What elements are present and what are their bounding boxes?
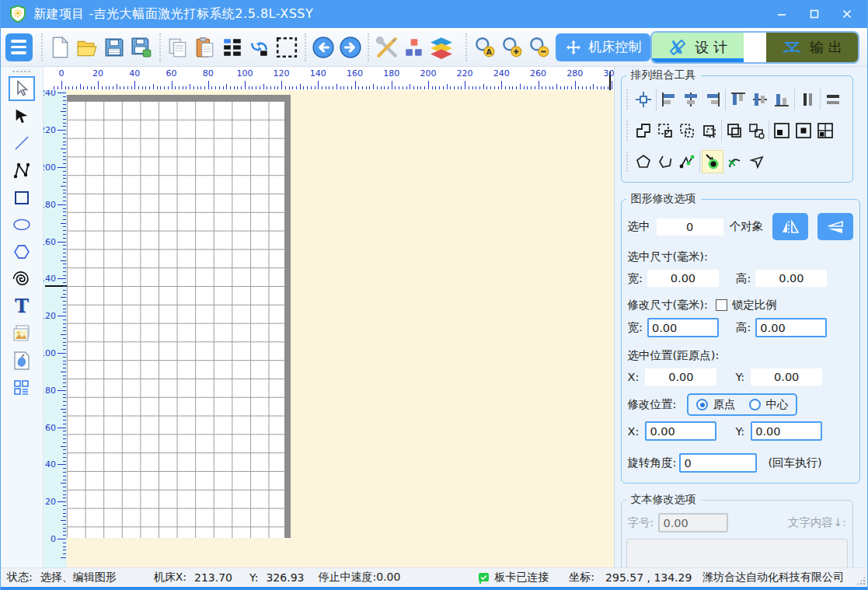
- arrange-tools-title: 排列组合工具: [626, 68, 701, 82]
- machine-control-button[interactable]: 机床控制: [556, 33, 650, 61]
- polyline-tool-button[interactable]: [9, 158, 35, 183]
- shape-modify-group: 图形修改选项 选中 0 个对象: [621, 192, 861, 484]
- selected-size-label: 选中尺寸(毫米):: [628, 250, 708, 264]
- marquee-select-button[interactable]: [274, 31, 301, 64]
- resize-grip[interactable]: [856, 576, 866, 585]
- array-copy-button[interactable]: [219, 31, 246, 64]
- maximize-button[interactable]: [808, 8, 821, 20]
- text-content-area[interactable]: [626, 539, 848, 567]
- align-bottom-button[interactable]: [771, 88, 793, 111]
- redo-forward-button[interactable]: [336, 31, 364, 64]
- work-area-grid[interactable]: [67, 95, 291, 538]
- copy-button[interactable]: [165, 31, 192, 64]
- transform-swap-button[interactable]: [246, 31, 274, 64]
- drawing-canvas[interactable]: [67, 90, 614, 567]
- paste-button[interactable]: [192, 31, 219, 64]
- rotate-angle-input[interactable]: [679, 453, 757, 473]
- zoom-in-button[interactable]: [498, 31, 525, 64]
- center-radio[interactable]: [749, 399, 761, 410]
- text-T-icon: T: [15, 297, 29, 316]
- polygon-tool-button[interactable]: [9, 239, 35, 264]
- combine-button[interactable]: [723, 119, 745, 142]
- line-tool-button[interactable]: [9, 131, 35, 155]
- edit-nodes-button[interactable]: [676, 150, 698, 173]
- line-icon: [12, 134, 31, 152]
- app-window: 新建项目 -吉光大幅面激光打标系统2.5.8L-XSSY: [0, 0, 868, 590]
- break-apart-button[interactable]: [745, 119, 767, 142]
- window-bottom-edge: [1, 587, 867, 590]
- regroup-button[interactable]: [698, 119, 720, 142]
- close-curve-button[interactable]: [633, 150, 654, 173]
- center-radio-option[interactable]: 中心: [749, 397, 788, 412]
- pick-point-button[interactable]: [745, 150, 767, 173]
- lock-ratio-checkbox[interactable]: [716, 299, 727, 311]
- ungroup-button[interactable]: [676, 119, 698, 142]
- origin-radio-option[interactable]: 原点: [696, 397, 735, 412]
- zoom-fit-button[interactable]: A: [471, 31, 498, 64]
- tab-output[interactable]: 输 出: [766, 33, 858, 62]
- array-tool-button[interactable]: [9, 375, 35, 400]
- align-right-button[interactable]: [702, 88, 723, 111]
- rectangle-tool-button[interactable]: [9, 185, 35, 210]
- node-pick-tool-button[interactable]: [9, 103, 35, 128]
- output-laser-icon: [782, 38, 802, 57]
- weld-union-button[interactable]: [633, 119, 654, 142]
- polyline-icon: [12, 161, 31, 180]
- select-tool-button[interactable]: [9, 76, 35, 101]
- undo-back-button[interactable]: [310, 31, 337, 64]
- selected-suffix-label: 个对象: [730, 219, 764, 234]
- save-as-button[interactable]: [128, 31, 155, 64]
- ellipse-tool-button[interactable]: [9, 212, 35, 237]
- text-tool-button[interactable]: T: [9, 294, 35, 319]
- board-connected-icon: [478, 572, 490, 584]
- new-file-button[interactable]: [47, 31, 74, 64]
- align-center-horizontal-button[interactable]: [680, 88, 702, 111]
- tile-grid-button[interactable]: [814, 119, 836, 142]
- toolbox-grip: [12, 70, 32, 73]
- align-left-button[interactable]: [658, 88, 680, 111]
- zoom-out-button[interactable]: [525, 31, 553, 64]
- tab-design[interactable]: 设 计: [652, 33, 744, 62]
- flip-horizontal-button[interactable]: [772, 213, 808, 240]
- align-middle-vertical-button[interactable]: [749, 88, 771, 111]
- layers-button[interactable]: [427, 31, 455, 64]
- to-corner-button[interactable]: [771, 119, 793, 142]
- modify-y-input[interactable]: [751, 421, 822, 441]
- vertical-ruler: 020406080100120140160180200220240: [44, 90, 67, 567]
- image-tool-button[interactable]: [9, 321, 35, 346]
- trim-curve-button[interactable]: [723, 150, 745, 173]
- modify-width-input[interactable]: [647, 318, 719, 337]
- settings-tools-button[interactable]: [373, 31, 400, 64]
- group-tools-row: [626, 115, 848, 146]
- group-button[interactable]: [654, 119, 676, 142]
- modify-x-input[interactable]: [645, 421, 716, 441]
- machine-control-label: 机床控制: [588, 38, 641, 56]
- open-curve-button[interactable]: [654, 150, 676, 173]
- flip-vertical-button[interactable]: [817, 213, 853, 240]
- font-size-input[interactable]: [658, 513, 728, 532]
- selected-position-label: 选中位置(距原点):: [628, 348, 720, 363]
- origin-radio[interactable]: [696, 399, 708, 410]
- window-title: 新建项目 -吉光大幅面激光打标系统2.5.8L-XSSY: [33, 6, 313, 23]
- distribute-vertical-button[interactable]: [797, 88, 818, 111]
- minimize-button[interactable]: [776, 8, 788, 20]
- close-button[interactable]: [841, 8, 853, 20]
- align-top-button[interactable]: [727, 88, 749, 111]
- menu-button[interactable]: [5, 33, 33, 61]
- save-button[interactable]: [101, 31, 128, 64]
- spiral-tool-button[interactable]: [9, 267, 35, 292]
- distribute-horizontal-button[interactable]: [822, 88, 844, 111]
- open-file-button[interactable]: [74, 31, 101, 64]
- modify-size-label: 修改尺寸(毫米):: [628, 298, 708, 312]
- app-logo-shield-icon: [9, 5, 27, 23]
- color-settings-button[interactable]: [400, 31, 427, 64]
- node-select-button[interactable]: [702, 150, 723, 173]
- align-center-both-button[interactable]: [633, 88, 654, 111]
- text-modify-title: 文本修改选项: [626, 493, 701, 507]
- status-value: 选择、编辑图形: [40, 571, 117, 585]
- row-grip: [626, 89, 630, 110]
- modify-height-input[interactable]: [755, 318, 827, 337]
- to-center-button[interactable]: [793, 119, 814, 142]
- cursor-outline-icon: [12, 79, 31, 98]
- vector-fill-tool-button[interactable]: [9, 348, 35, 373]
